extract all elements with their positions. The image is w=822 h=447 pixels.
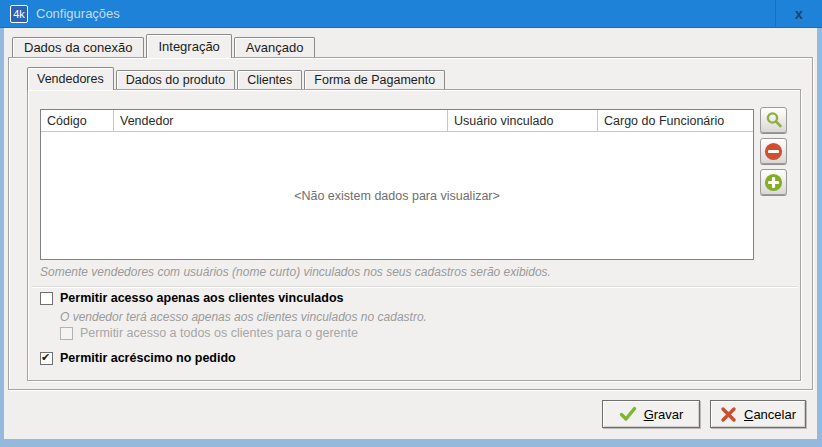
tab-clientes[interactable]: Clientes (237, 70, 302, 89)
separator (32, 286, 798, 288)
sellers-grid[interactable]: Código Vendedor Usuário vinculado Cargo … (40, 109, 754, 260)
tab-dados-do-produto[interactable]: Dados do produto (116, 70, 235, 89)
tab-forma-de-pagamento[interactable]: Forma de Pagamento (304, 70, 445, 89)
grid-header-row: Código Vendedor Usuário vinculado Cargo … (41, 110, 753, 132)
sellers-note: Somente vendedores com usuários (nome cu… (40, 265, 750, 279)
vendedores-tab-page: Código Vendedor Usuário vinculado Cargo … (27, 89, 801, 381)
linked-clients-note: O vendedor terá acesso apenas aos client… (60, 310, 427, 324)
remove-seller-button[interactable] (760, 138, 787, 164)
checkbox-row-manager-all-clients: Permitir acesso a todos os clientes para… (60, 326, 358, 340)
save-button[interactable]: Gravar (602, 400, 700, 428)
sub-tab-bar: Vendedores Dados do produto Clientes For… (27, 67, 447, 90)
close-button[interactable]: x (775, 0, 822, 27)
x-icon (720, 406, 737, 423)
integration-tab-page: Vendedores Dados do produto Clientes For… (8, 57, 813, 390)
dialog-body: Dados da conexão Integração Avançado Ven… (4, 28, 817, 439)
tab-dados-da-conexao[interactable]: Dados da conexão (12, 37, 144, 57)
titlebar[interactable]: 4k Configurações x (0, 0, 822, 28)
remove-icon (764, 142, 783, 161)
checkbox-row-allow-linked-clients[interactable]: Permitir acesso apenas aos clientes vinc… (40, 291, 343, 305)
search-icon (765, 111, 783, 129)
cancel-button[interactable]: Cancelar (710, 400, 806, 428)
checkbox-allow-order-increase[interactable] (40, 352, 53, 365)
checkbox-row-allow-order-increase[interactable]: Permitir acréscimo no pedido (40, 351, 236, 365)
close-icon: x (795, 7, 803, 21)
checkbox-label: Permitir acréscimo no pedido (60, 351, 236, 365)
check-icon (619, 406, 637, 422)
column-header-codigo[interactable]: Código (41, 110, 114, 131)
add-icon (764, 173, 783, 192)
window-title: Configurações (36, 6, 120, 21)
search-seller-button[interactable] (760, 107, 787, 133)
settings-window: 4k Configurações x Dados da conexão Inte… (0, 0, 822, 447)
main-tab-bar: Dados da conexão Integração Avançado (12, 34, 317, 58)
tab-vendedores[interactable]: Vendedores (27, 67, 114, 90)
tab-avancado[interactable]: Avançado (234, 37, 316, 57)
column-header-usuario-vinculado[interactable]: Usuário vinculado (448, 110, 598, 131)
checkbox-manager-all-clients (60, 327, 73, 340)
checkbox-allow-linked-clients[interactable] (40, 292, 53, 305)
add-seller-button[interactable] (760, 169, 787, 195)
checkbox-label: Permitir acesso apenas aos clientes vinc… (60, 291, 343, 305)
column-header-cargo-do-funcionario[interactable]: Cargo do Funcionário (598, 110, 753, 131)
tab-integracao[interactable]: Integração (146, 34, 231, 58)
save-button-label: Gravar (644, 407, 684, 422)
cancel-button-label: Cancelar (744, 407, 796, 422)
app-logo-icon: 4k (10, 5, 28, 23)
checkbox-label: Permitir acesso a todos os clientes para… (80, 326, 358, 340)
grid-empty-message: <Não existem dados para visualizar> (294, 189, 500, 203)
column-header-vendedor[interactable]: Vendedor (114, 110, 448, 131)
grid-empty-area: <Não existem dados para visualizar> (41, 132, 753, 259)
